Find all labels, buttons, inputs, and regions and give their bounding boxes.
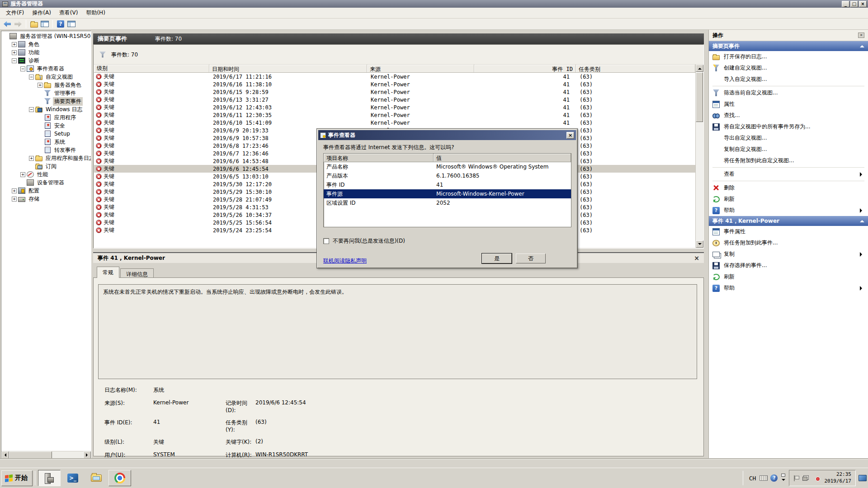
- scroll-down-button[interactable]: [696, 240, 703, 248]
- action-item[interactable]: 刷新: [709, 271, 868, 282]
- expander-icon[interactable]: +: [20, 172, 25, 177]
- dialog-table-row[interactable]: 事件源Microsoft-Windows-Kernel-Power: [324, 189, 571, 198]
- action-item[interactable]: 保存选择的事件...: [709, 260, 868, 271]
- export-list-button[interactable]: [29, 19, 38, 28]
- yes-button[interactable]: 是: [482, 253, 512, 263]
- menu-item[interactable]: 帮助(H): [82, 8, 109, 18]
- expander-icon[interactable]: −: [29, 75, 34, 80]
- expander-icon[interactable]: −: [12, 58, 17, 63]
- action-item[interactable]: 删除: [709, 182, 868, 193]
- taskbar-powershell-button[interactable]: [61, 470, 84, 486]
- show-desktop-button[interactable]: [859, 475, 867, 481]
- column-header[interactable]: 任务类别: [576, 65, 695, 72]
- preview-close-icon[interactable]: ×: [694, 254, 699, 262]
- dialog-table-row[interactable]: 产品版本6.1.7600.16385: [324, 171, 571, 180]
- actions-pane-toggle-icon[interactable]: »: [858, 33, 864, 38]
- action-item[interactable]: 将自定义视图中的所有事件另存为...: [709, 121, 868, 132]
- action-pane-toggle-button[interactable]: [67, 19, 76, 28]
- scrollbar-thumb[interactable]: [696, 72, 703, 122]
- action-item[interactable]: 筛选当前自定义视图...: [709, 87, 868, 99]
- tree-item[interactable]: 安全: [1, 122, 91, 130]
- tab-general[interactable]: 常规: [97, 267, 119, 278]
- tree-horizontal-scrollbar[interactable]: [1, 451, 91, 459]
- start-button[interactable]: 开始: [1, 470, 33, 486]
- expander-icon[interactable]: +: [12, 42, 17, 47]
- expander-icon[interactable]: +: [38, 83, 42, 88]
- action-item[interactable]: 复制自定义视图...: [709, 144, 868, 155]
- action-item[interactable]: 将任务附加到此自定义视图...: [709, 155, 868, 166]
- tree-item[interactable]: 设备管理器: [1, 178, 91, 187]
- scroll-right-button[interactable]: [83, 451, 91, 459]
- clock[interactable]: 22:35 2019/6/17: [824, 471, 851, 485]
- event-row[interactable]: 关键2019/6/11 12:30:35Kernel-Power41(63): [94, 111, 695, 119]
- action-item[interactable]: 将任务附加到此事件...: [709, 237, 868, 249]
- tree-item[interactable]: −自定义视图: [1, 73, 91, 81]
- tree-item[interactable]: Setup: [1, 130, 91, 138]
- taskbar-explorer-button[interactable]: [85, 470, 108, 486]
- action-item[interactable]: 打开保存的日志...: [709, 51, 868, 62]
- event-row[interactable]: 关键2019/6/17 11:21:16Kernel-Power41(63): [94, 73, 695, 80]
- scroll-left-button[interactable]: [1, 451, 9, 459]
- tree-item[interactable]: 转发事件: [1, 146, 91, 154]
- scrollbar-thumb[interactable]: [9, 451, 52, 459]
- expander-icon[interactable]: −: [29, 107, 34, 112]
- no-button[interactable]: 否: [516, 253, 546, 263]
- tree-item[interactable]: 管理事件: [1, 89, 91, 97]
- dialog-table-row[interactable]: 区域设置 ID2052: [324, 198, 571, 207]
- tree-item[interactable]: +应用程序和服务日志: [1, 154, 91, 162]
- expander-icon[interactable]: +: [12, 188, 17, 193]
- tab-details[interactable]: 详细信息: [120, 268, 154, 278]
- taskbar-chrome-button[interactable]: [108, 470, 131, 486]
- menu-item[interactable]: 文件(F): [2, 8, 28, 18]
- event-row[interactable]: 关键2019/6/13 3:31:27Kernel-Power41(63): [94, 96, 695, 103]
- action-item[interactable]: 帮助: [709, 282, 868, 294]
- column-header[interactable]: 级别: [94, 65, 209, 72]
- event-row[interactable]: 关键2019/6/15 9:28:59Kernel-Power41(63): [94, 88, 695, 96]
- tree-item[interactable]: +性能: [1, 170, 91, 178]
- close-button[interactable]: ×: [859, 1, 867, 7]
- tree-item[interactable]: 订阅: [1, 162, 91, 170]
- dialog-table-row[interactable]: 产品名称Microsoft® Windows® Operating System: [324, 162, 571, 171]
- tree-item[interactable]: 服务器管理器 (WIN-R1SR50DKRRT): [1, 32, 91, 40]
- tree-item[interactable]: +服务器角色: [1, 81, 91, 89]
- action-item[interactable]: 帮助: [709, 205, 868, 216]
- tree-item[interactable]: +配置: [1, 187, 91, 195]
- action-item[interactable]: 查找...: [709, 110, 868, 121]
- expander-icon[interactable]: +: [12, 50, 17, 55]
- action-item[interactable]: 导出自定义视图...: [709, 132, 868, 144]
- back-button[interactable]: [3, 19, 12, 28]
- help-tray-icon[interactable]: [770, 474, 778, 482]
- console-tree-toggle-button[interactable]: [40, 19, 49, 28]
- tray-expander[interactable]: [780, 474, 786, 483]
- privacy-statement-link[interactable]: 联机阅读隐私声明: [323, 257, 367, 265]
- tree-item[interactable]: +存储: [1, 195, 91, 203]
- keyboard-icon[interactable]: [760, 475, 768, 481]
- tree-item[interactable]: −Windows 日志: [1, 105, 91, 113]
- menu-item[interactable]: 操作(A): [28, 8, 55, 18]
- dont-ask-checkbox[interactable]: [323, 238, 329, 244]
- expander-icon[interactable]: +: [29, 156, 34, 161]
- event-row[interactable]: 关键2019/6/10 15:41:09Kernel-Power41(63): [94, 119, 695, 127]
- tree-item[interactable]: +功能: [1, 48, 91, 56]
- forward-button[interactable]: [14, 19, 23, 28]
- dialog-close-button[interactable]: ×: [566, 132, 574, 139]
- column-header[interactable]: 日期和时间: [209, 65, 367, 72]
- expander-icon[interactable]: −: [20, 66, 25, 71]
- dialog-table-row[interactable]: 事件 ID41: [324, 180, 571, 189]
- action-center-flag-icon[interactable]: [793, 475, 798, 481]
- tree-item[interactable]: 摘要页事件: [1, 97, 91, 105]
- action-item[interactable]: 创建自定义视图...: [709, 62, 868, 74]
- tree-item[interactable]: 系统: [1, 138, 91, 146]
- action-item[interactable]: 查看: [709, 169, 868, 180]
- taskbar-server-manager-button[interactable]: [38, 470, 61, 486]
- action-item[interactable]: 属性: [709, 99, 868, 110]
- help-button[interactable]: ?: [56, 19, 65, 28]
- action-item[interactable]: 刷新: [709, 193, 868, 205]
- list-vertical-scrollbar[interactable]: [695, 65, 703, 248]
- action-item[interactable]: 导入自定义视图...: [709, 74, 868, 85]
- menu-item[interactable]: 查看(V): [55, 8, 82, 18]
- network-icon[interactable]: [802, 475, 809, 481]
- scroll-up-button[interactable]: [696, 65, 703, 72]
- maximize-button[interactable]: □: [850, 1, 858, 7]
- event-row[interactable]: 关键2019/6/12 12:43:03Kernel-Power41(63): [94, 103, 695, 111]
